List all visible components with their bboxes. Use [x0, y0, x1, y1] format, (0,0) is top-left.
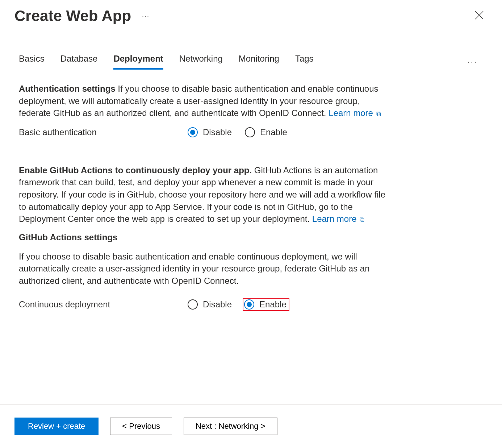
tab-database[interactable]: Database [60, 54, 98, 70]
continuous-deployment-disable-radio[interactable]: Disable [185, 298, 234, 311]
github-settings-description: If you choose to disable basic authentic… [19, 250, 387, 287]
basic-auth-enable-radio[interactable]: Enable [243, 126, 289, 139]
close-icon [474, 11, 484, 20]
previous-button[interactable]: < Previous [110, 418, 172, 435]
tabs-nav: Basics Database Deployment Networking Mo… [0, 54, 502, 70]
tab-tags[interactable]: Tags [295, 54, 314, 70]
radio-icon [244, 299, 254, 310]
radio-icon [245, 127, 255, 137]
auth-description: Authentication settings If you choose to… [19, 83, 387, 119]
tab-basics[interactable]: Basics [19, 54, 45, 70]
page-header: Create Web App ··· [0, 0, 502, 25]
github-description: Enable GitHub Actions to continuously de… [19, 164, 387, 225]
radio-icon [188, 127, 198, 137]
basic-auth-label: Basic authentication [19, 127, 185, 137]
github-learn-more-link[interactable]: Learn more ⧉ [312, 214, 364, 224]
external-link-icon: ⧉ [360, 215, 364, 224]
continuous-deployment-label: Continuous deployment [19, 299, 185, 310]
radio-icon [188, 299, 198, 310]
github-heading-inline: Enable GitHub Actions to continuously de… [19, 165, 252, 175]
auth-heading-inline: Authentication settings [19, 84, 116, 94]
content-area: Authentication settings If you choose to… [0, 70, 406, 311]
basic-auth-radio-group: Disable Enable [185, 126, 289, 139]
tab-monitoring[interactable]: Monitoring [239, 54, 279, 70]
continuous-deployment-field: Continuous deployment Disable Enable [19, 298, 387, 311]
close-button[interactable] [474, 11, 484, 22]
review-create-button[interactable]: Review + create [14, 418, 99, 435]
tabs-overflow-icon[interactable]: ··· [467, 58, 478, 66]
next-button[interactable]: Next : Networking > [184, 418, 277, 435]
tab-deployment[interactable]: Deployment [113, 54, 163, 70]
continuous-deployment-radio-group: Disable Enable [185, 298, 289, 311]
external-link-icon: ⧉ [376, 109, 381, 119]
tab-networking[interactable]: Networking [179, 54, 223, 70]
basic-auth-field: Basic authentication Disable Enable [19, 126, 387, 139]
github-settings-heading: GitHub Actions settings [19, 232, 387, 242]
footer-actions: Review + create < Previous Next : Networ… [0, 404, 502, 448]
continuous-deployment-enable-radio[interactable]: Enable [243, 298, 289, 311]
more-icon[interactable]: ··· [142, 12, 150, 20]
basic-auth-disable-radio[interactable]: Disable [185, 126, 234, 139]
page-title: Create Web App [14, 7, 131, 25]
auth-learn-more-link[interactable]: Learn more ⧉ [329, 108, 381, 118]
